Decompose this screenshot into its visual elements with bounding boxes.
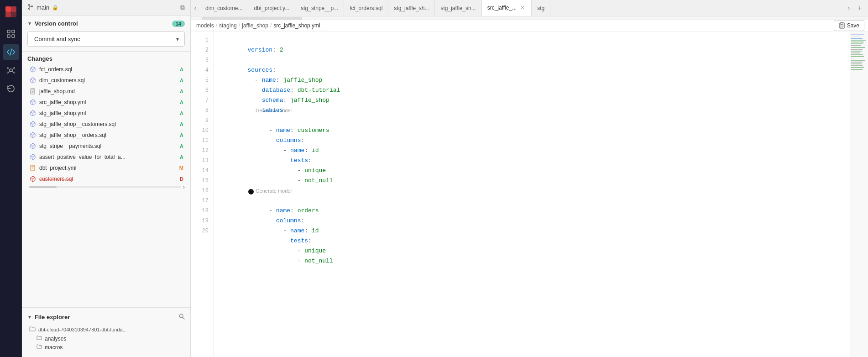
save-button[interactable]: Save (834, 20, 864, 31)
changes-section: Changes fct_orders.sql A dim_customers.s… (22, 52, 190, 307)
line-num-1: 1 (191, 35, 209, 45)
tab-label: dim_custome... (205, 5, 242, 11)
list-item[interactable]: jaffle_shop.md A (22, 86, 190, 97)
minimap-line (851, 69, 863, 70)
commit-sync-main-button[interactable]: Commit and sync (28, 32, 170, 46)
tab-scroll-right-button[interactable]: › (844, 0, 853, 16)
list-item[interactable]: src_jaffle_shop.yml A (22, 97, 190, 108)
file-name: stg_jaffle_shop__customers.sql (39, 121, 176, 127)
copy-icon[interactable]: ⧉ (180, 4, 185, 11)
list-item[interactable]: stg_jaffle_shop__customers.sql A (22, 119, 190, 130)
fe-title: File explorer (35, 314, 70, 320)
svg-rect-1 (11, 6, 16, 12)
vc-badge: 14 (172, 21, 185, 27)
breadcrumb-models[interactable]: models (196, 22, 214, 29)
changes-header: Changes (22, 52, 190, 64)
list-item[interactable]: dim_customers.sql A (22, 75, 190, 86)
minimap-line (851, 56, 864, 57)
tab-close-button[interactable]: ✕ (519, 5, 526, 11)
tab-dbt-project[interactable]: dbt_project.y... (248, 0, 295, 16)
line-num-20: 20 (191, 226, 209, 236)
code-line-6: schema: jaffle_shop (219, 85, 844, 95)
version-control-section: ▼ Version control 14 Commit and sync ▾ (22, 16, 190, 52)
code-line-9: columns: (219, 126, 844, 136)
grid-nav-icon[interactable] (3, 26, 19, 42)
tab-dim-custome[interactable]: dim_custome... (200, 0, 248, 16)
folder-icon (37, 335, 42, 342)
svg-point-18 (29, 5, 30, 6)
list-item[interactable]: stg_jaffle_shop__orders.sql A (22, 130, 190, 141)
generate-model-tooltip-1: Generate model (219, 105, 844, 116)
h-scrollbar-thumb (29, 186, 57, 188)
svg-rect-7 (12, 35, 15, 37)
file-badge: A (178, 67, 185, 72)
search-icon[interactable] (178, 313, 185, 321)
list-item[interactable]: fct_orders.sql A (22, 64, 190, 75)
code-line-18: tests: (219, 226, 844, 236)
svg-rect-4 (7, 30, 10, 33)
changes-list: fct_orders.sql A dim_customers.sql A jaf… (22, 64, 190, 307)
list-item[interactable]: stg_stripe__payments.sql A (22, 141, 190, 152)
code-line-12: - unique (219, 156, 844, 166)
h-scrollbar-area[interactable]: › (22, 184, 190, 189)
svg-rect-5 (12, 30, 15, 33)
yaml-key: tables (262, 107, 283, 114)
tab-stg-stripe[interactable]: stg_stripe__p... (295, 0, 344, 16)
tab-add-button[interactable]: + (853, 2, 866, 15)
code-line-17: - name: id (219, 216, 844, 226)
code-line-3: sources: (219, 55, 844, 65)
app-logo (3, 4, 19, 20)
yaml-indent (247, 257, 297, 264)
tab-scroll-left-button[interactable]: ‹ (191, 0, 200, 16)
list-item[interactable]: stg_jaffle_shop.yml A (22, 108, 190, 119)
file-cube-icon (29, 153, 37, 161)
h-scroll-right-arrow[interactable]: › (181, 184, 187, 189)
tab-stg-jaffle-sh2[interactable]: stg_jaffle_sh... (435, 0, 481, 16)
file-explorer-header[interactable]: ▼ File explorer (22, 311, 190, 323)
file-cube-icon (29, 66, 37, 73)
commit-sync-dropdown-button[interactable]: ▾ (170, 36, 184, 42)
svg-point-10 (7, 68, 8, 69)
tab-stg-jaffle-sh1[interactable]: stg_jaffle_sh... (388, 0, 435, 16)
code-line-7: tables: (219, 95, 844, 105)
line-num-6: 6 (191, 85, 209, 95)
line-num-13: 13 (191, 156, 209, 166)
sidebar (0, 0, 22, 357)
svg-line-17 (12, 71, 14, 72)
minimap-line (851, 34, 864, 35)
fe-macros-folder[interactable]: macros (22, 343, 190, 352)
dot-marker (248, 189, 254, 194)
h-scrollbar-track (57, 186, 181, 188)
save-icon (839, 22, 845, 29)
editor-hscroll[interactable] (191, 16, 868, 20)
fe-root-label: dbt-cloud-70403103947801-dbt-funda... (38, 327, 127, 332)
tab-src-jaffle[interactable]: src_jaffle_... ✕ (482, 0, 532, 16)
line-num-17: 17 (191, 196, 209, 206)
file-badge: A (178, 78, 185, 83)
vc-title-area[interactable]: ▼ Version control (27, 20, 78, 27)
yaml-dash: - (298, 257, 305, 264)
line-num-4: 4 (191, 65, 209, 75)
minimap-line (851, 52, 860, 53)
code-line-16: columns: (219, 206, 844, 216)
file-badge: A (178, 121, 185, 127)
fe-analyses-label: analyses (45, 336, 66, 342)
code-content[interactable]: version: 2 sources: - name: jaffle_shop … (214, 31, 850, 357)
tab-fct-orders[interactable]: fct_orders.sql (344, 0, 388, 16)
minimap-line (851, 36, 861, 37)
list-item[interactable]: assert_positive_value_for_total_a... A (22, 152, 190, 163)
list-item[interactable]: dbt_project.yml M (22, 163, 190, 173)
file-cube-red-icon (29, 175, 37, 183)
breadcrumb-sep1: / (216, 22, 217, 29)
graph-nav-icon[interactable] (3, 62, 19, 79)
tab-stg[interactable]: stg (532, 0, 550, 16)
fe-analyses-folder[interactable]: analyses (22, 334, 190, 343)
list-item[interactable]: customers.sql D (22, 173, 190, 184)
breadcrumb-staging[interactable]: staging (219, 22, 237, 29)
history-nav-icon[interactable] (3, 80, 19, 97)
breadcrumb-jaffle-shop[interactable]: jaffle_shop (242, 22, 268, 29)
yaml-colon: : (283, 107, 287, 114)
save-label: Save (847, 22, 859, 29)
code-nav-icon[interactable] (3, 44, 19, 60)
fe-root-folder[interactable]: dbt-cloud-70403103947801-dbt-funda... (22, 325, 190, 334)
